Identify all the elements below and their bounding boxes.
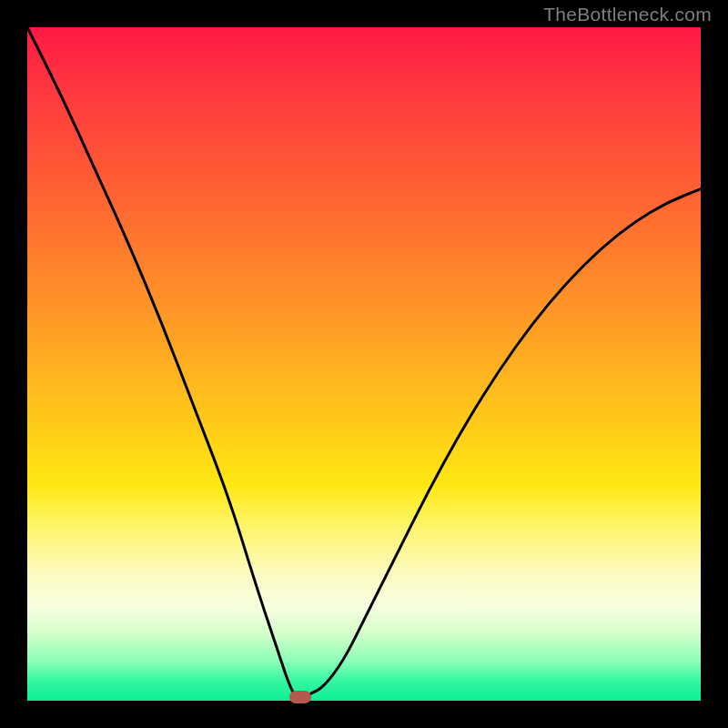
bottleneck-curve: [27, 27, 701, 697]
chart-frame: TheBottleneck.com: [0, 0, 728, 728]
optimal-point-marker: [289, 691, 311, 703]
chart-curve-layer: [27, 27, 701, 701]
watermark-text: TheBottleneck.com: [543, 4, 712, 25]
